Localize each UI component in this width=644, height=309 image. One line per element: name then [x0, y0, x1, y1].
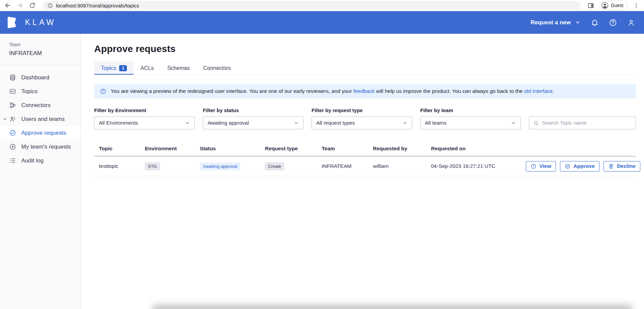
environment-cell: STG — [140, 159, 195, 174]
request-type-select[interactable]: All request types — [312, 117, 412, 129]
team-select[interactable]: All teams — [420, 117, 521, 129]
sidebar-item-label: Audit log — [21, 157, 44, 164]
sidebar-item-label: Dashboard — [21, 74, 49, 81]
sidebar-item-connectors[interactable]: Connectors — [0, 98, 81, 112]
filter-request-type-label: Filter by request type — [312, 107, 412, 113]
reload-icon[interactable] — [28, 2, 36, 9]
side-panel-icon[interactable] — [587, 2, 595, 9]
column-header-team: Team — [317, 142, 368, 156]
sidebar-item-label: Users and teams — [21, 116, 65, 123]
tab-label: Topics — [101, 65, 116, 71]
row-actions: View Approve Decline — [526, 158, 640, 175]
environment-chip: STG — [145, 162, 160, 170]
tab-count-badge: 1 — [119, 65, 127, 71]
sidebar-divider — [0, 65, 81, 65]
old-interface-link[interactable]: old interface — [524, 88, 553, 94]
request-type-cell: Create — [260, 159, 317, 174]
brand-name: KLAW — [25, 18, 56, 27]
search-box — [529, 117, 636, 129]
list-icon — [9, 157, 16, 164]
plus-circle-icon — [9, 143, 16, 150]
chevron-down-icon — [294, 121, 299, 126]
decline-button[interactable]: Decline — [603, 161, 640, 172]
tab-acls[interactable]: ACLs — [134, 61, 160, 75]
chevron-down-icon — [185, 121, 190, 126]
kebab-menu-icon[interactable] — [633, 2, 640, 9]
sidebar-item-topics[interactable]: Topics — [0, 84, 81, 98]
tab-label: ACLs — [140, 65, 154, 71]
table-header: Topic Environment Status Request type Te… — [94, 142, 636, 156]
approve-button[interactable]: Approve — [560, 161, 599, 172]
exclamation-circle-icon — [100, 88, 106, 95]
check-circle-icon — [565, 163, 570, 169]
sidebar-item-approve-requests[interactable]: Approve requests — [0, 126, 81, 140]
requested-by-cell: william — [368, 160, 426, 173]
request-a-new-label: Request a new — [531, 19, 571, 26]
tab-topics[interactable]: Topics 1 — [94, 61, 134, 75]
banner-text: You are viewing a preview of the redesig… — [111, 88, 554, 94]
decline-button-label: Decline — [617, 163, 636, 169]
status-select[interactable]: Awaiting approval — [203, 117, 303, 129]
banner-text-2: will help us improve the product. You ca… — [375, 88, 524, 94]
approve-button-label: Approve — [573, 163, 595, 169]
environment-select[interactable]: All Environments — [94, 117, 195, 129]
chevron-down-icon — [511, 121, 516, 126]
view-button-label: View — [539, 163, 551, 169]
tabs: Topics 1 ACLs Schemas Connectors — [94, 61, 636, 75]
topic-box-icon — [9, 88, 16, 95]
view-button[interactable]: View — [526, 161, 556, 172]
browser-toolbar: localhost:9097/coral/approvals/topics Gu… — [0, 0, 644, 11]
request-a-new-button[interactable]: Request a new — [531, 19, 581, 26]
team-label: Team — [9, 42, 81, 47]
url-text: localhost:9097/coral/approvals/topics — [56, 3, 139, 8]
chevron-down-icon — [2, 117, 7, 122]
request-type-chip: Create — [265, 162, 284, 170]
sidebar-item-label: Connectors — [21, 102, 51, 109]
people-icon — [9, 115, 16, 123]
chevron-down-icon — [402, 121, 407, 126]
tab-schemas[interactable]: Schemas — [160, 61, 196, 75]
column-header-environment: Environment — [140, 142, 195, 156]
back-arrow-icon[interactable] — [4, 2, 11, 9]
bell-icon[interactable] — [591, 19, 599, 27]
filter-request-type: Filter by request type All request types — [312, 107, 412, 129]
sidebar-item-dashboard[interactable]: Dashboard — [0, 71, 81, 84]
sidebar-item-label: Approve requests — [21, 130, 66, 136]
banner-text-3: . — [553, 88, 554, 94]
filter-search — [529, 117, 636, 129]
column-header-request-type: Request type — [260, 142, 317, 156]
banner-text-1: You are viewing a preview of the redesig… — [111, 88, 353, 94]
environment-select-value: All Environments — [99, 120, 138, 126]
requests-table: Topic Environment Status Request type Te… — [94, 142, 636, 176]
forward-arrow-icon[interactable] — [16, 2, 24, 9]
database-icon — [9, 74, 16, 81]
page-title: Approve requests — [94, 44, 636, 54]
filters-row: Filter by Environment All Environments F… — [94, 107, 636, 129]
browser-profile-button[interactable]: Guest — [599, 1, 628, 10]
klaw-logo — [5, 15, 20, 30]
chevron-down-icon — [575, 20, 581, 25]
column-header-topic: Topic — [94, 142, 140, 156]
address-bar[interactable]: localhost:9097/coral/approvals/topics — [43, 1, 581, 10]
search-icon — [533, 120, 539, 126]
filter-environment: Filter by Environment All Environments — [94, 107, 195, 129]
sidebar-item-my-teams-requests[interactable]: My team's requests — [0, 140, 81, 154]
status-select-value: Awaiting approval — [208, 120, 249, 126]
avatar-icon — [601, 2, 609, 9]
tab-connectors[interactable]: Connectors — [196, 61, 238, 75]
sidebar-item-users-and-teams[interactable]: Users and teams — [0, 112, 81, 126]
brand[interactable]: KLAW — [5, 15, 56, 30]
trash-icon — [608, 163, 614, 169]
info-circle-icon[interactable] — [47, 3, 53, 8]
search-input[interactable] — [542, 120, 632, 126]
filter-team-label: Filter by team — [420, 107, 521, 113]
status-badge: Awaiting approval — [200, 162, 240, 170]
exclamation-circle-icon — [531, 163, 536, 169]
person-icon[interactable] — [627, 19, 635, 27]
status-cell: Awaiting approval — [195, 159, 260, 174]
feedback-link[interactable]: feedback — [353, 88, 375, 94]
help-circle-icon[interactable] — [609, 19, 617, 27]
sidebar-item-audit-log[interactable]: Audit log — [0, 154, 81, 168]
column-header-requested-on: Requested on — [426, 142, 526, 156]
tab-label: Schemas — [167, 65, 190, 71]
